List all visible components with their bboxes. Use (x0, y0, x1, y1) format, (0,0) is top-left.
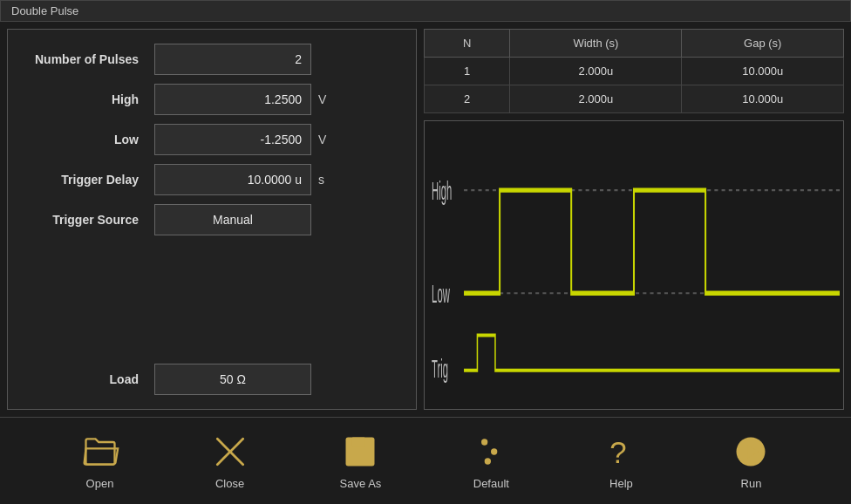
number-of-pulses-input[interactable] (154, 44, 311, 75)
default-label: Default (473, 477, 509, 490)
svg-point-14 (481, 439, 487, 445)
title-bar: Double Pulse (0, 0, 851, 22)
main-container: Double Pulse Number of Pulses High V Low… (0, 0, 851, 504)
close-icon (210, 432, 250, 472)
close-label: Close (215, 477, 244, 490)
table-row: 12.000u10.000u (425, 58, 844, 85)
svg-text:?: ? (610, 435, 627, 469)
right-panel: N Width (s) Gap (s) 12.000u10.000u22.000… (424, 29, 844, 410)
svg-text:Trig: Trig (432, 354, 448, 383)
high-input[interactable] (154, 84, 311, 115)
window-title: Double Pulse (11, 4, 78, 17)
svg-point-15 (491, 448, 497, 454)
low-input[interactable] (154, 124, 311, 155)
run-label: Run (741, 477, 762, 490)
low-label: Low (25, 133, 147, 146)
trigger-source-row: Trigger Source (25, 204, 398, 235)
low-row: Low V (25, 124, 398, 155)
default-icon (471, 432, 511, 472)
table-cell-n: 1 (425, 58, 510, 85)
close-button[interactable]: Close (210, 432, 250, 490)
table-cell-gap: 10.000u (682, 58, 844, 85)
number-of-pulses-row: Number of Pulses (25, 44, 398, 75)
run-button[interactable]: Run (731, 432, 771, 490)
col-width: Width (s) (510, 30, 682, 58)
high-unit: V (318, 92, 339, 106)
left-panel: Number of Pulses High V Low V Trigger De… (7, 29, 417, 410)
trigger-delay-unit: s (318, 173, 339, 187)
col-gap: Gap (s) (682, 30, 844, 58)
save-as-button[interactable]: Save As (340, 432, 382, 490)
toolbar: Open Close Save (0, 417, 851, 504)
svg-text:High: High (432, 176, 452, 205)
trigger-source-label: Trigger Source (25, 213, 147, 227)
svg-rect-9 (350, 453, 372, 465)
trigger-delay-label: Trigger Delay (25, 173, 147, 187)
content-area: Number of Pulses High V Low V Trigger De… (0, 22, 851, 417)
table-row: 22.000u10.000u (425, 85, 844, 113)
high-label: High (25, 92, 147, 106)
open-icon (80, 432, 120, 472)
table-cell-gap: 10.000u (682, 85, 844, 113)
load-input[interactable] (154, 364, 311, 395)
save-as-icon (340, 432, 380, 472)
high-row: High V (25, 84, 398, 115)
save-as-label: Save As (340, 477, 382, 490)
trigger-delay-input[interactable] (154, 164, 311, 195)
table-cell-width: 2.000u (510, 85, 682, 113)
table-cell-n: 2 (425, 85, 510, 113)
svg-point-16 (485, 458, 491, 464)
trigger-delay-row: Trigger Delay s (25, 164, 398, 195)
number-of-pulses-label: Number of Pulses (25, 52, 147, 66)
pulse-table: N Width (s) Gap (s) 12.000u10.000u22.000… (424, 29, 844, 113)
low-unit: V (318, 133, 339, 146)
open-button[interactable]: Open (80, 432, 120, 490)
col-n: N (425, 30, 510, 58)
waveform-svg: High Low Trig (428, 125, 840, 405)
load-label: Load (25, 372, 147, 386)
load-row: Load (25, 364, 398, 395)
svg-rect-8 (352, 438, 365, 447)
default-button[interactable]: Default (471, 432, 511, 490)
help-button[interactable]: ? Help (601, 432, 641, 490)
trigger-source-input[interactable] (154, 204, 311, 235)
help-icon: ? (601, 432, 641, 472)
waveform-container: High Low Trig (424, 120, 844, 410)
help-label: Help (609, 477, 633, 490)
open-label: Open (86, 477, 114, 490)
svg-text:Low: Low (432, 280, 450, 309)
table-cell-width: 2.000u (510, 58, 682, 85)
run-icon (731, 432, 771, 472)
